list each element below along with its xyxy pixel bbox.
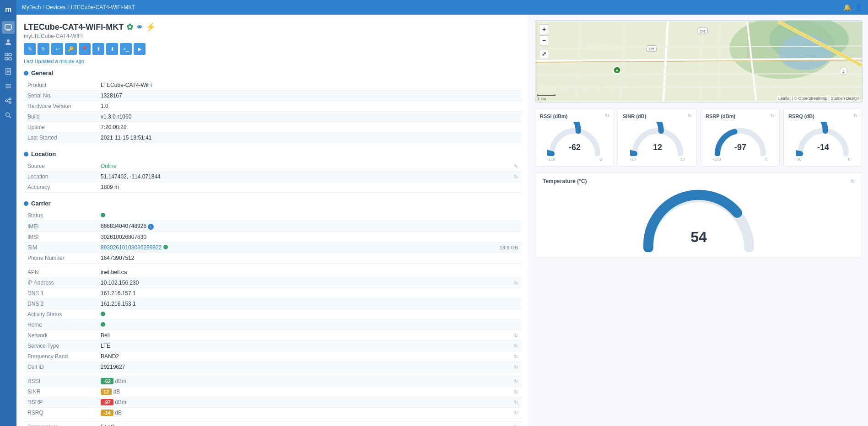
sidebar-item-devices[interactable] [2, 21, 15, 34]
gauge-min: -130 [713, 157, 721, 162]
field-value: LTE↻ [97, 341, 522, 351]
field-value: 51.147402, -114.071844↻ [97, 172, 522, 182]
zoom-out-button[interactable]: − [539, 35, 549, 45]
refresh-icon[interactable]: ↻ [514, 424, 518, 426]
field-label: Network [24, 330, 97, 341]
svg-rect-6 [9, 58, 11, 60]
svg-point-14 [5, 100, 7, 102]
field-label: DNS 2 [24, 299, 97, 309]
zoom-in-button[interactable]: + [539, 24, 549, 34]
location-section: Location SourceOnline✎Location51.147402,… [24, 151, 522, 193]
table-row: APNinet.bell.ca [24, 267, 522, 278]
field-value: Bell↻ [97, 330, 522, 341]
key-button[interactable]: 🔑 [65, 43, 77, 55]
edit-icon[interactable]: ✎ [514, 163, 518, 169]
refresh-button[interactable]: ↻ [38, 43, 49, 55]
svg-text:2: 2 [842, 70, 844, 74]
terminal-button[interactable]: >_ [120, 43, 132, 55]
table-row: Last Started2021-11-15 13:51:41 [24, 133, 522, 143]
field-value: 7:20:00:28 [97, 122, 522, 133]
sidebar-item-list[interactable] [2, 80, 15, 92]
field-label: RSRP [24, 397, 97, 408]
sidebar-item-users[interactable] [2, 36, 15, 49]
gauge-min: -30 [796, 157, 802, 162]
gauge-refresh-icon[interactable]: ↻ [605, 113, 609, 119]
sidebar-item-search[interactable] [2, 109, 15, 122]
map-container[interactable]: 201 205 2 [535, 20, 863, 102]
field-label: RSRQ [24, 408, 97, 418]
upload-button[interactable]: ⬆ [92, 43, 104, 55]
refresh-icon[interactable]: ↻ [514, 333, 518, 339]
temp-title: Temperature (°C) [543, 178, 587, 184]
gauge-arc-svg: -62 [547, 122, 602, 156]
undo-button[interactable]: ↩ [51, 43, 63, 55]
gauge-labels: -300 [796, 157, 851, 162]
field-value: 10.102.156.230↻ [97, 278, 522, 288]
bell-icon[interactable]: 🔔 [843, 4, 851, 11]
svg-line-18 [7, 101, 9, 102]
field-value: v1.3.0-r1060 [97, 112, 522, 122]
sidebar-item-network[interactable] [2, 50, 15, 63]
temp-refresh-icon[interactable]: ↻ [851, 178, 855, 184]
general-title: General [31, 70, 53, 76]
field-label: DNS 1 [24, 288, 97, 299]
gauge-max: 30 [680, 157, 685, 162]
gauge-refresh-icon[interactable]: ↻ [688, 113, 692, 119]
device-subtitle: myLTECube-CAT4-WIFI [24, 33, 522, 39]
field-label: Home [24, 320, 97, 330]
refresh-icon[interactable]: ↻ [514, 389, 518, 395]
field-text: BAND2 [101, 353, 119, 360]
location-button[interactable]: 📍 [79, 43, 91, 55]
refresh-icon[interactable]: ↻ [514, 399, 518, 405]
table-row: Location51.147402, -114.071844↻ [24, 172, 522, 182]
sidebar-item-graph[interactable] [2, 94, 15, 107]
refresh-icon[interactable]: ↻ [514, 364, 518, 370]
map-attribution: Leaflet | © OpenStreetMap | Stamen Desig… [777, 96, 860, 101]
breadcrumb-mytech[interactable]: MyTech [22, 4, 41, 11]
gauge-refresh-icon[interactable]: ↻ [771, 113, 775, 119]
field-value: -62 dBm↻ [97, 376, 522, 387]
breadcrumb-devices[interactable]: Devices [46, 4, 66, 11]
refresh-icon[interactable]: ↻ [514, 354, 518, 360]
breadcrumb-sep-2: / [67, 4, 69, 11]
general-section-header: General [24, 70, 522, 76]
svg-point-2 [7, 39, 10, 42]
field-value: Online✎ [97, 161, 522, 172]
topbar: MyTech / Devices / LTECube-CAT4-WiFi-MKT… [16, 0, 868, 15]
gauge-max: 0 [848, 157, 850, 162]
location-source-link[interactable]: Online [101, 163, 117, 169]
console-button[interactable]: ▶ [134, 43, 146, 55]
gauge-title: SINR (dB) [623, 113, 646, 119]
field-text: 29219627 [101, 364, 125, 370]
refresh-icon[interactable]: ↻ [514, 410, 518, 416]
user-icon[interactable]: 👤 [855, 4, 863, 11]
gauge-max: 0 [599, 157, 602, 162]
field-label: APN [24, 267, 97, 278]
status-dot-green [101, 213, 105, 217]
fullscreen-button[interactable]: ⤢ [539, 49, 549, 59]
refresh-icon[interactable]: ↻ [514, 378, 518, 384]
field-label: Temperature [24, 422, 97, 426]
sim-link[interactable]: 89302610103036289922 [101, 244, 162, 251]
field-value: LTECube-CAT4-WiFi [97, 80, 522, 91]
edit-button[interactable]: ✎ [24, 43, 36, 55]
refresh-icon[interactable]: ↻ [514, 174, 518, 180]
device-title: LTECube-CAT4-WIFI-MKT ✿ ⚭ ⚡ [24, 22, 522, 32]
table-row: SourceOnline✎ [24, 161, 522, 172]
info-icon[interactable]: i [148, 224, 154, 230]
field-label: IMSI [24, 232, 97, 243]
sidebar-item-reports[interactable] [2, 65, 15, 78]
breadcrumb-current: LTECube-CAT4-WiFi-MKT [71, 4, 135, 11]
refresh-icon[interactable]: ↻ [514, 343, 518, 349]
svg-rect-3 [5, 54, 8, 56]
download-button[interactable]: ⬇ [106, 43, 118, 55]
field-value: -14 dB↻ [97, 408, 522, 418]
refresh-icon[interactable]: ↻ [514, 280, 518, 286]
field-label: SINR [24, 387, 97, 397]
gauge-arc-svg: -14 [796, 122, 851, 156]
field-value [97, 309, 522, 320]
temp-header: Temperature (°C) ↻ [543, 178, 855, 184]
carrier-section: Carrier StatusIMEI866834040748926iIMSI30… [24, 200, 522, 426]
gauge-refresh-icon[interactable]: ↻ [853, 113, 857, 119]
temperature-card: Temperature (°C) ↻ 54 -60 140 [535, 172, 863, 258]
